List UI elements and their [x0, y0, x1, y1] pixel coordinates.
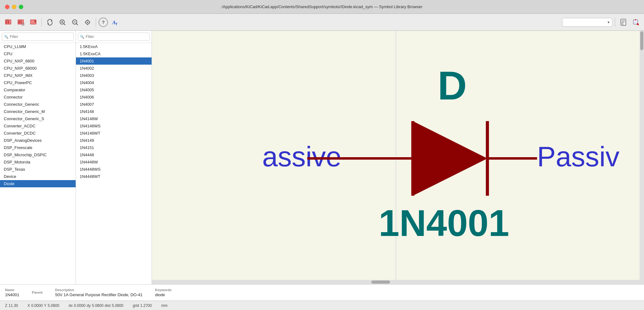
library-list-item[interactable]: DSP_Texas [0, 166, 76, 173]
minimize-button[interactable] [12, 5, 16, 9]
info-parent-col: Parent [32, 291, 43, 295]
dist-value: 5.0800 [112, 303, 123, 308]
dy-label: dy [87, 303, 91, 308]
library-list-item[interactable]: DSP_Freescale [0, 144, 76, 151]
library-filter-input[interactable] [2, 33, 74, 41]
svg-point-17 [87, 22, 88, 23]
library-search-icon: 🔍 [4, 35, 8, 39]
library-list-item[interactable]: CPU_LLMM [0, 43, 76, 50]
titlebar: /Applications/KiCad/KiCad.app/Contents/S… [0, 0, 644, 14]
library-list-item[interactable]: Connector_Generic [0, 101, 76, 108]
library-list-item[interactable]: Comparator [0, 86, 76, 94]
symbol-list-item[interactable]: 1N4007 [76, 101, 152, 108]
vertical-scroll-thumb[interactable] [640, 31, 643, 50]
library-list-item[interactable]: Connector [0, 94, 76, 101]
y-label: Y [44, 303, 46, 308]
ref-designator: D [438, 63, 467, 108]
description-label: Description [55, 288, 142, 292]
library-list-item[interactable]: Device [0, 173, 76, 180]
symbol-list-item[interactable]: 1N4448W [76, 158, 152, 166]
library-list-item[interactable]: CPU [0, 50, 76, 57]
help-button[interactable]: ? [99, 18, 108, 27]
units-status: mm [161, 303, 168, 308]
symbol-list-item[interactable]: 1N4001 [76, 57, 152, 65]
library-list-item[interactable]: CPU_NXP_IMX [0, 72, 76, 79]
symbol-list-item[interactable]: 1N4148WS [76, 122, 152, 130]
traffic-lights [5, 5, 23, 9]
grid-value: 1.2700 [140, 303, 152, 308]
xy-status: X 0.0000 Y 5.0800 [27, 303, 59, 308]
library-filter-area: 🔍 [0, 31, 76, 43]
library-list-item[interactable]: Diode [0, 180, 76, 187]
diode-triangle [413, 121, 487, 196]
symbol-list-item[interactable]: 1N4448 [76, 151, 152, 158]
vertical-scrollbar[interactable] [640, 31, 644, 284]
symbol-list-item[interactable]: 1N4148W [76, 115, 152, 122]
zoom-status: Z 11.30 [5, 303, 18, 308]
close-button[interactable] [5, 5, 9, 9]
symbol-list-item[interactable]: 1N4004 [76, 79, 152, 86]
svg-rect-29 [633, 20, 638, 24]
svg-line-12 [64, 24, 65, 25]
symbol-filter-input[interactable] [78, 33, 150, 41]
maximize-button[interactable] [19, 5, 23, 9]
symbol-list-item[interactable]: 1N4006 [76, 94, 152, 101]
schematic-view: D 1N4001 assive Passiv [152, 31, 640, 280]
symbol-list-item[interactable]: 1N4448WT [76, 173, 152, 180]
preview-panel[interactable]: D 1N4001 assive Passiv [152, 31, 644, 284]
library-list-item[interactable]: Converter_ACDC [0, 122, 76, 130]
symbol-list-item[interactable]: 1N4148 [76, 108, 152, 115]
main-area: 🔍 CPU_LLMMCPUCPU_NXP_6800CPU_NXP_68000CP… [0, 31, 644, 284]
library-list-item[interactable]: DSP_Motorola [0, 158, 76, 166]
library-list: CPU_LLMMCPUCPU_NXP_6800CPU_NXP_68000CPU_… [0, 43, 76, 284]
library-list-item[interactable]: CPU_NXP_6800 [0, 57, 76, 65]
library-list-item[interactable]: Connector_Generic_S [0, 115, 76, 122]
library-list-item[interactable]: CPU_NXP_68000 [0, 65, 76, 72]
chevron-down-icon: ▾ [608, 20, 609, 24]
zoom-out-button[interactable] [69, 17, 81, 28]
toolbar-separator-2 [96, 18, 96, 27]
library-list-item[interactable]: Connector_Generic_M [0, 108, 76, 115]
horizontal-scrollbar[interactable] [152, 280, 640, 284]
symbol-list-item[interactable]: 1N4005 [76, 86, 152, 94]
zoom-in-button[interactable] [57, 17, 68, 28]
grid-status: grid 1.2700 [133, 303, 152, 308]
open-library-button[interactable] [3, 17, 14, 28]
info-name-col: Name 1N4001 [5, 288, 19, 297]
library-list-item[interactable]: DSP_AnalogDevices [0, 137, 76, 144]
load-symbol-button[interactable] [15, 17, 26, 28]
horizontal-scroll-thumb[interactable] [371, 281, 390, 284]
symbol-list-item[interactable]: 1.5KExxA [76, 43, 152, 50]
window-title: /Applications/KiCad/KiCad.app/Contents/S… [222, 4, 422, 9]
symbol-list-item[interactable]: 1.5KExxCA [76, 50, 152, 57]
grid-label: grid [133, 303, 139, 308]
symbol-dropdown[interactable]: ▾ [562, 18, 612, 27]
symbol-list-item[interactable]: 1N4002 [76, 65, 152, 72]
library-list-item[interactable]: DSP_Microchip_DSPIC [0, 151, 76, 158]
svg-rect-2 [8, 20, 9, 24]
symbol-list-item[interactable]: 1N4003 [76, 72, 152, 79]
zoom-fit-button[interactable] [82, 17, 93, 28]
name-label: Name [5, 288, 19, 292]
dist-label: dist [105, 303, 111, 308]
symbol-list-item[interactable]: 1N4148WT [76, 130, 152, 137]
delta-status: dx 0.0000 dy 5.0800 dist 5.0800 [69, 303, 123, 308]
symbol-list-item[interactable]: 1N4448WS [76, 166, 152, 173]
symbol-list: 1.5KExxA1.5KExxCA1N40011N40021N40031N400… [76, 43, 152, 284]
export-symbol-button[interactable] [28, 17, 39, 28]
datasheet-button[interactable] [618, 17, 629, 28]
pin-right-label: Passiv [537, 141, 620, 172]
library-list-item[interactable]: CPU_PowerPC [0, 79, 76, 86]
x-value: 0.0000 [31, 303, 43, 308]
library-list-item[interactable]: Converter_DCDC [0, 130, 76, 137]
status-bar: Z 11.30 X 0.0000 Y 5.0800 dx 0.0000 dy 5… [0, 301, 644, 310]
info-description-col: Description 50V 1A General Purpose Recti… [55, 288, 142, 297]
sym-props-button[interactable]: A T [109, 17, 121, 28]
library-panel: 🔍 CPU_LLMMCPUCPU_NXP_6800CPU_NXP_68000CP… [0, 31, 76, 284]
symbol-list-item[interactable]: 1N4151 [76, 144, 152, 151]
parent-label: Parent [32, 291, 43, 294]
symbol-list-item[interactable]: 1N4149 [76, 137, 152, 144]
pin-left-label: assive [262, 141, 341, 172]
place-symbol-button[interactable] [630, 17, 641, 28]
reload-button[interactable] [44, 17, 56, 28]
